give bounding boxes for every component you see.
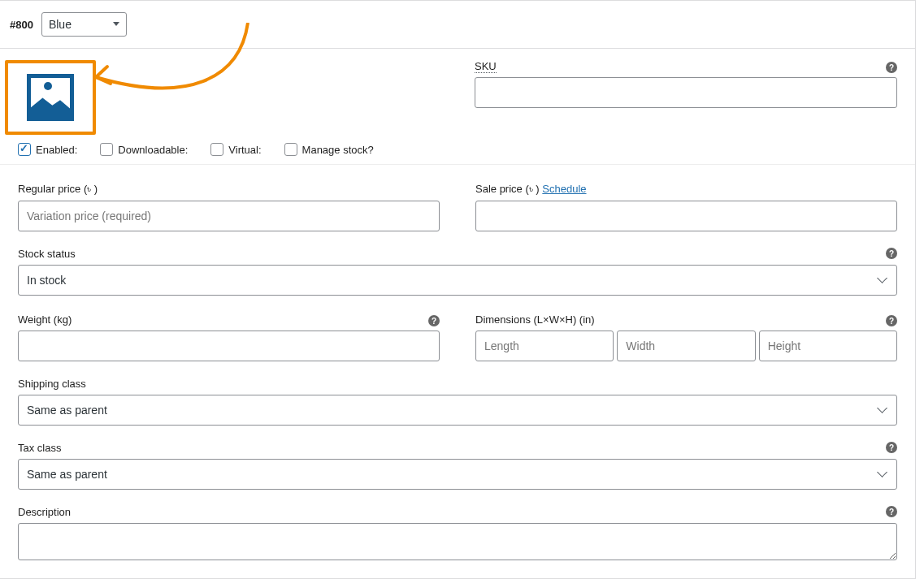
manage-stock-checkbox-wrap[interactable]: Manage stock? — [284, 143, 374, 156]
dimensions-label: Dimensions (L×W×H) (in) — [475, 313, 897, 326]
downloadable-checkbox[interactable] — [100, 143, 113, 156]
help-icon[interactable]: ? — [886, 506, 897, 517]
weight-input[interactable] — [18, 331, 440, 361]
height-input[interactable] — [759, 331, 897, 361]
regular-price-label: Regular price (৳ ) — [18, 183, 440, 196]
description-label: Description — [18, 506, 897, 518]
enabled-checkbox[interactable] — [18, 143, 31, 156]
tax-class-label: Tax class — [18, 442, 897, 454]
help-icon[interactable]: ? — [886, 62, 897, 73]
variation-id: #800 — [10, 19, 33, 31]
enabled-label: Enabled: — [36, 144, 77, 156]
shipping-class-label: Shipping class — [18, 378, 897, 390]
virtual-checkbox[interactable] — [210, 143, 223, 156]
length-input[interactable] — [475, 331, 614, 361]
downloadable-label: Downloadable: — [118, 144, 188, 156]
description-textarea[interactable] — [18, 523, 897, 560]
sale-price-input[interactable] — [475, 201, 897, 231]
schedule-link[interactable]: Schedule — [542, 183, 586, 195]
attribute-select[interactable]: Blue — [41, 12, 127, 37]
help-icon[interactable]: ? — [886, 442, 897, 453]
downloadable-checkbox-wrap[interactable]: Downloadable: — [100, 143, 188, 156]
manage-stock-checkbox[interactable] — [284, 143, 297, 156]
sale-price-label: Sale price (৳ ) Schedule — [475, 183, 897, 196]
manage-stock-label: Manage stock? — [302, 144, 374, 156]
help-icon[interactable]: ? — [886, 315, 897, 326]
virtual-checkbox-wrap[interactable]: Virtual: — [210, 143, 261, 156]
variation-image-highlight — [5, 60, 96, 135]
variation-header: #800 Blue — [0, 1, 915, 49]
tax-class-select[interactable]: Same as parent — [18, 459, 897, 490]
sku-input[interactable] — [475, 77, 897, 108]
stock-status-select[interactable]: In stock — [18, 265, 897, 296]
help-icon[interactable]: ? — [886, 248, 897, 259]
virtual-label: Virtual: — [228, 144, 261, 156]
shipping-class-select[interactable]: Same as parent — [18, 395, 897, 426]
help-icon[interactable]: ? — [428, 315, 440, 326]
regular-price-input[interactable] — [18, 201, 440, 231]
sku-label: SKU — [475, 60, 897, 72]
width-input[interactable] — [617, 331, 755, 361]
enabled-checkbox-wrap[interactable]: Enabled: — [18, 143, 77, 156]
image-icon — [31, 78, 70, 117]
weight-label: Weight (kg) — [18, 313, 440, 326]
variation-image-placeholder[interactable] — [27, 74, 74, 121]
stock-status-label: Stock status — [18, 248, 897, 260]
